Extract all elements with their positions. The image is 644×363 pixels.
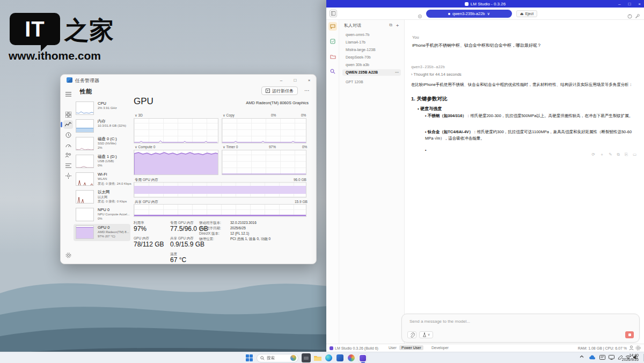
- start-button[interactable]: [245, 353, 254, 362]
- metric-wifi[interactable]: Wi-Fi WLAN 发送: 0 接收: 24.0 Kbps: [74, 171, 130, 188]
- chat-list-item[interactable]: qwen 30b a3b: [342, 62, 401, 68]
- ethernet-thumbnail: [76, 190, 94, 204]
- app-history-icon[interactable]: [63, 130, 73, 139]
- maximize-button[interactable]: □: [288, 75, 302, 85]
- tab-power-user[interactable]: Power User: [399, 345, 423, 350]
- lm-toolbar: qwen3-235b-a22b ∨ ⏏ Eject: [326, 8, 644, 20]
- app-icon-dark[interactable]: [302, 353, 311, 362]
- settings-gear-icon[interactable]: [635, 345, 641, 351]
- edge-icon[interactable]: [324, 353, 333, 362]
- add-icon[interactable]: ＋: [600, 152, 604, 157]
- tasks-nav-icon[interactable]: [328, 37, 337, 46]
- sidebar-toggle-icon[interactable]: [330, 10, 337, 17]
- attach-file-button[interactable]: [407, 331, 416, 338]
- dedicated-mem-band: [134, 186, 306, 194]
- npu-thumbnail: [76, 208, 94, 221]
- chart-copy-value: 0%: [301, 113, 306, 117]
- shared-mem-fill: [134, 215, 306, 216]
- metric-ethernet[interactable]: 以太网 以太网 发送: 0 接收: 0 Kbps: [74, 188, 130, 206]
- details-icon[interactable]: [63, 161, 73, 170]
- branch-icon[interactable]: ⎘: [625, 152, 628, 157]
- thought-toggle[interactable]: › Thought for 44.14 seconds: [411, 72, 462, 77]
- experiment-menu-button[interactable]: ˅: [419, 331, 433, 338]
- tray-chevron-icon[interactable]: [580, 354, 584, 360]
- chat-list-item[interactable]: Llama4-17b: [342, 39, 401, 46]
- metric-npu[interactable]: NPU 0 NPU Compute Accel... 0%: [74, 206, 130, 223]
- stop-generation-button[interactable]: [625, 331, 634, 338]
- metric-gpu[interactable]: GPU 0 AMD Radeon(TM) 8... 97% (67 °C): [74, 224, 130, 241]
- close-button[interactable]: ×: [638, 2, 641, 6]
- chat-list-item[interactable]: qwen-omni-7b: [342, 32, 401, 38]
- maximize-button[interactable]: □: [628, 2, 631, 6]
- metric-cpu[interactable]: CPU 2% 3.91 GHz: [74, 100, 130, 117]
- users-icon[interactable]: [63, 151, 73, 159]
- minimize-button[interactable]: –: [274, 75, 288, 85]
- tab-developer[interactable]: Developer: [429, 345, 451, 350]
- chart-timer-label: ∨ Timer 0: [223, 145, 238, 149]
- performance-icon[interactable]: [63, 120, 73, 129]
- task-manager-title: 任务管理器: [75, 77, 99, 84]
- onedrive-icon[interactable]: [589, 355, 596, 361]
- settings-gear-icon[interactable]: [63, 251, 73, 259]
- tray-app-icon-1[interactable]: [599, 355, 605, 361]
- processes-icon[interactable]: [63, 110, 73, 119]
- user-message: iPhone手机的不锈钢中框、钛合金中框和铝合金中框，哪款最好呢？: [412, 42, 541, 48]
- new-chat-icon[interactable]: ＋: [395, 22, 400, 29]
- minimize-button[interactable]: –: [618, 2, 620, 6]
- my-models-nav-icon[interactable]: [328, 52, 337, 61]
- metric-disk1[interactable]: 磁盘 1 (D:) USB (USB) 0%: [74, 153, 130, 170]
- taskbar-clock[interactable]: 14:40 2025/9/25: [622, 353, 639, 362]
- metric-memory[interactable]: 内存 10.3/31.8 GB (32%): [74, 118, 130, 135]
- chevron-right-icon: ›: [411, 72, 413, 77]
- chat-list-item[interactable]: DeepSeek-70b: [342, 54, 401, 61]
- chat-list-item[interactable]: GPT 120B: [342, 79, 401, 85]
- lm-studio-taskbar-icon[interactable]: [358, 353, 367, 362]
- more-options-icon[interactable]: ⋯: [304, 88, 310, 93]
- gpu-thumbnail: [76, 226, 94, 239]
- app-icon-colorful[interactable]: [347, 353, 356, 362]
- regenerate-icon[interactable]: ⟳: [591, 152, 595, 157]
- lm-titlebar[interactable]: LM Studio - 0.3.26 – □ ×: [326, 0, 644, 8]
- tab-user[interactable]: User: [386, 345, 399, 350]
- message-actions: ⟳ ＋ ✎ ⧉ ⎘ ▭: [591, 152, 636, 157]
- performance-page-title: 性能: [80, 88, 92, 96]
- message-input[interactable]: Send a message to the model... ˅: [401, 314, 640, 343]
- bullet-item: ▪ 不锈钢（如304/316）：维氏硬度200-300，抗拉强度500MPa以上…: [425, 113, 635, 119]
- disk0-thumbnail: [76, 137, 94, 150]
- user-icon[interactable]: [629, 345, 634, 351]
- startup-apps-icon[interactable]: [63, 141, 73, 149]
- detail-location-value: PCI 总线 1, 设备 0, 功能 0: [230, 237, 270, 242]
- search-box[interactable]: 搜索: [257, 354, 298, 362]
- gpu-adapter-name: AMD Radeon(TM) 8060S Graphics: [246, 100, 309, 105]
- app-icon-blue[interactable]: [335, 353, 345, 362]
- chat-list-panel: 私人对话 ⧉ ＋ qwen-omni-7b Llama4-17b Mistra-…: [339, 20, 405, 344]
- chart-compute0: [134, 150, 218, 175]
- search-highlights-icon[interactable]: [290, 355, 296, 361]
- chat-list-item-selected[interactable]: QWEN 235B A22B⋯: [342, 69, 401, 76]
- detail-driver-date-label: 驱动程序日期:: [199, 226, 221, 231]
- chat-item-more-icon[interactable]: ⋯: [395, 69, 399, 76]
- copy-icon[interactable]: ⧉: [617, 152, 620, 157]
- hamburger-menu-icon[interactable]: [63, 90, 73, 98]
- model-selector[interactable]: qwen3-235b-a22b ∨: [426, 10, 512, 18]
- file-explorer-icon[interactable]: [313, 353, 322, 362]
- chat-nav-icon[interactable]: [328, 22, 337, 31]
- active-app-indicator: [361, 362, 365, 363]
- expand-icon[interactable]: ▭: [633, 152, 636, 157]
- metric-disk0[interactable]: 磁盘 0 (C:) SSD (NVMe) 2%: [74, 135, 130, 153]
- stat-shared-value: 0.9/15.9 GB: [170, 241, 204, 248]
- discover-nav-icon[interactable]: [328, 67, 337, 76]
- detail-directx-value: 12 (FL 12.1): [230, 231, 249, 235]
- task-manager-titlebar[interactable]: 任务管理器 – □ ×: [61, 75, 316, 85]
- collapse-panel-icon[interactable]: ⧉: [389, 23, 392, 28]
- run-new-task-button[interactable]: 运行新任务: [261, 86, 298, 95]
- edit-icon[interactable]: ✎: [609, 152, 612, 157]
- desktop: IT 之家 www.ithome.com 任务管理器 – □ ×: [0, 0, 644, 363]
- close-button[interactable]: ×: [302, 75, 316, 85]
- tray-app-icon-2[interactable]: [609, 355, 614, 361]
- chart-3d-value: 0%: [271, 113, 276, 117]
- chat-list-item[interactable]: Mistra-large-123B: [342, 47, 401, 53]
- services-icon[interactable]: [63, 171, 73, 180]
- chat-content: You iPhone手机的不锈钢中框、钛合金中框和铝合金中框，哪款最好呢？ qw…: [405, 20, 644, 314]
- eject-button[interactable]: ⏏ Eject: [516, 10, 537, 17]
